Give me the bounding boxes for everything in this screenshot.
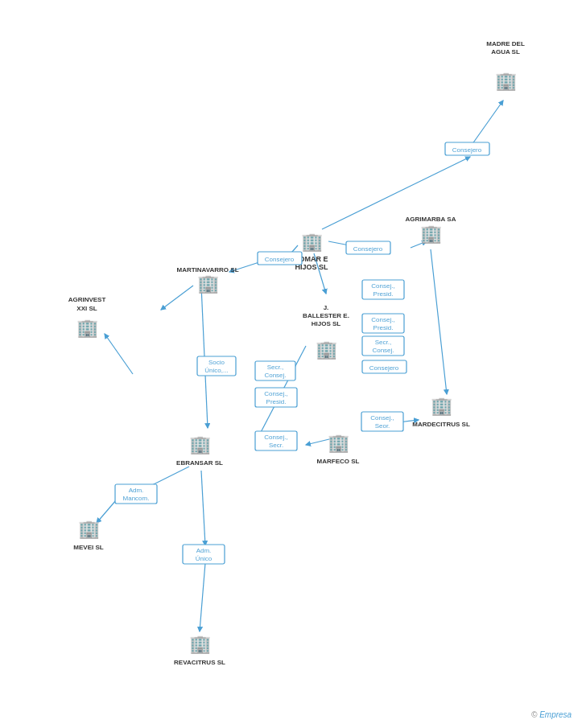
svg-text:Consej.: Consej. bbox=[372, 347, 394, 354]
svg-text:MARDECITRUS SL: MARDECITRUS SL bbox=[412, 421, 470, 428]
svg-text:Consej.,: Consej., bbox=[370, 414, 394, 422]
svg-text:🏢: 🏢 bbox=[431, 395, 453, 417]
svg-text:Secr.,: Secr., bbox=[267, 364, 283, 371]
svg-text:HIJOS SL: HIJOS SL bbox=[312, 320, 341, 327]
svg-text:MARTINAVARRO SL: MARTINAVARRO SL bbox=[176, 266, 238, 274]
svg-text:Seor.: Seor. bbox=[375, 422, 390, 430]
svg-text:Socio: Socio bbox=[208, 359, 225, 366]
svg-text:© Empresa: © Empresa bbox=[531, 710, 572, 719]
svg-text:AGRIMARBA SA: AGRIMARBA SA bbox=[406, 216, 456, 223]
svg-text:🏢: 🏢 bbox=[316, 339, 338, 360]
svg-text:Consej.: Consej. bbox=[264, 372, 286, 379]
svg-text:Único,...: Único,... bbox=[204, 367, 228, 374]
svg-text:🏢: 🏢 bbox=[328, 432, 350, 454]
svg-text:BALLESTER E.: BALLESTER E. bbox=[303, 312, 349, 319]
svg-text:Secr.: Secr. bbox=[269, 442, 283, 449]
svg-text:Consejero: Consejero bbox=[353, 245, 383, 253]
svg-text:J.: J. bbox=[324, 304, 329, 311]
svg-text:🏢: 🏢 bbox=[301, 231, 324, 253]
svg-text:Consej.,: Consej., bbox=[371, 282, 394, 290]
svg-text:MADRE DEL: MADRE DEL bbox=[486, 40, 525, 47]
svg-text:XXI SL: XXI SL bbox=[76, 305, 97, 312]
svg-text:Presid.: Presid. bbox=[266, 398, 287, 405]
svg-text:Mancom.: Mancom. bbox=[123, 495, 150, 502]
svg-text:🏢: 🏢 bbox=[189, 633, 212, 655]
svg-text:Presid.: Presid. bbox=[373, 290, 394, 298]
svg-text:AGRINVEST: AGRINVEST bbox=[68, 296, 106, 303]
svg-text:Consejero: Consejero bbox=[452, 146, 482, 154]
svg-text:Consej.,: Consej., bbox=[264, 390, 287, 397]
svg-text:MEVEI SL: MEVEI SL bbox=[73, 544, 103, 551]
svg-text:Adm.: Adm. bbox=[196, 547, 212, 554]
svg-text:Consejero: Consejero bbox=[265, 256, 295, 263]
svg-text:🏢: 🏢 bbox=[76, 317, 99, 339]
svg-text:Consej.,: Consej., bbox=[264, 434, 287, 441]
svg-text:🏢: 🏢 bbox=[189, 434, 212, 455]
svg-text:EBRANSAR SL: EBRANSAR SL bbox=[176, 459, 223, 467]
svg-text:REVACITRUS SL: REVACITRUS SL bbox=[174, 659, 225, 666]
svg-text:Presid.: Presid. bbox=[373, 324, 394, 331]
svg-text:MARFECO SL: MARFECO SL bbox=[317, 458, 360, 465]
svg-text:🏢: 🏢 bbox=[78, 518, 101, 540]
svg-text:Consejero: Consejero bbox=[369, 364, 399, 372]
svg-text:🏢: 🏢 bbox=[495, 70, 518, 92]
svg-text:Secr.,: Secr., bbox=[375, 339, 391, 346]
node-mevei: 🏢 MEVEI SL bbox=[73, 518, 103, 551]
svg-text:Consej.,: Consej., bbox=[371, 316, 394, 323]
svg-text:Único: Único bbox=[196, 555, 213, 562]
svg-text:🏢: 🏢 bbox=[197, 273, 220, 294]
svg-text:Adm.: Adm. bbox=[129, 487, 144, 494]
svg-text:🏢: 🏢 bbox=[420, 223, 443, 245]
svg-text:AGUA SL: AGUA SL bbox=[491, 48, 520, 56]
